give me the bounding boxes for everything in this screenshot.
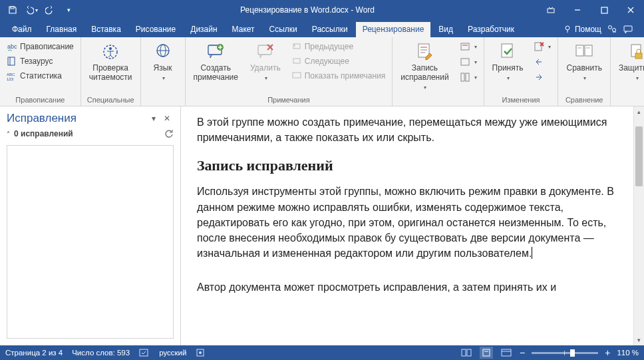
svg-rect-39: [535, 43, 542, 51]
revisions-list[interactable]: [7, 145, 174, 339]
maximize-icon[interactable]: [591, 0, 617, 20]
delete-comment-button[interactable]: Удалить▾: [246, 40, 285, 84]
status-language[interactable]: русский: [159, 349, 186, 357]
zoom-out-button[interactable]: −: [520, 347, 525, 358]
new-comment-button[interactable]: Создатьпримечание: [190, 40, 242, 84]
accept-button[interactable]: Принять▾: [488, 40, 528, 84]
tell-me-icon[interactable]: Помощ: [563, 25, 601, 34]
vertical-scrollbar[interactable]: ▴ ▾: [633, 106, 644, 345]
minimize-icon[interactable]: [564, 0, 591, 20]
ribbon: abcПравописание Тезаурус ABC123Статистик…: [0, 37, 644, 106]
svg-rect-55: [467, 349, 471, 356]
svg-rect-1: [548, 9, 554, 13]
svg-rect-37: [466, 73, 469, 81]
group-language: Язык▾: [141, 37, 186, 106]
tab-developer[interactable]: Разработчик: [461, 22, 521, 37]
comments-icon[interactable]: [623, 24, 633, 35]
svg-point-17: [109, 47, 112, 50]
tab-view[interactable]: Вид: [432, 22, 460, 37]
tab-references[interactable]: Ссылки: [263, 22, 304, 37]
revisions-count: 0 исправлений: [14, 129, 73, 138]
markup-icon: [460, 57, 470, 67]
group-changes: Принять▾ ▾ Изменения: [484, 37, 559, 106]
tab-home[interactable]: Главная: [40, 22, 84, 37]
group-comments: Создатьпримечание Удалить▾ Предыдущее Сл…: [186, 37, 393, 106]
tab-insert[interactable]: Вставка: [84, 22, 128, 37]
accessibility-icon: [100, 41, 121, 63]
svg-rect-10: [624, 26, 632, 31]
zoom-in-button[interactable]: +: [605, 347, 610, 358]
tab-draw[interactable]: Рисование: [129, 22, 182, 37]
track-changes-icon: [414, 41, 435, 63]
share-icon[interactable]: [607, 24, 617, 35]
title-bar: ▾ ▾ Рецензирование в Word.docx - Word: [0, 0, 644, 20]
language-button[interactable]: Язык▾: [145, 40, 181, 84]
group-protect: Защитить▾: [611, 37, 644, 106]
status-proofing-icon[interactable]: [139, 348, 150, 357]
document-canvas[interactable]: В этой группе можно создать примечание, …: [181, 106, 633, 345]
display-icon: [460, 41, 470, 52]
svg-rect-36: [461, 73, 464, 81]
accept-icon: [497, 41, 518, 63]
spelling-icon: abc: [7, 41, 17, 52]
reject-button[interactable]: ▾: [531, 40, 554, 53]
print-layout-icon[interactable]: [480, 347, 493, 359]
next-change-button[interactable]: [531, 71, 554, 84]
refresh-icon[interactable]: [164, 129, 174, 138]
svg-rect-3: [601, 7, 607, 13]
group-compare: Сравнить▾ Сравнение: [558, 37, 610, 106]
accessibility-button[interactable]: Проверкачитаемости: [85, 40, 136, 84]
display-dropdown[interactable]: ▾: [457, 40, 480, 53]
document-area: В этой группе можно создать примечание, …: [181, 106, 644, 345]
scroll-up-icon[interactable]: ▴: [634, 106, 644, 117]
reviewing-pane-dropdown[interactable]: ▾: [457, 71, 480, 84]
svg-rect-0: [11, 7, 14, 9]
collapse-icon[interactable]: ˄: [7, 130, 10, 138]
delete-comment-icon: [255, 41, 276, 63]
track-changes-button[interactable]: Записьисправлений ▾: [397, 40, 452, 92]
scroll-down-icon[interactable]: ▾: [634, 335, 644, 345]
spelling-button[interactable]: abcПравописание: [4, 40, 77, 53]
text-cursor: [532, 247, 532, 259]
ribbon-options-icon[interactable]: [538, 0, 564, 20]
read-mode-icon[interactable]: [460, 347, 473, 359]
tab-layout[interactable]: Макет: [226, 22, 261, 37]
close-icon[interactable]: [617, 0, 644, 20]
tab-review[interactable]: Рецензирование: [356, 22, 431, 37]
scroll-thumb[interactable]: [635, 126, 643, 186]
tab-design[interactable]: Дизайн: [184, 22, 224, 37]
protect-button[interactable]: Защитить▾: [615, 40, 644, 84]
zoom-slider[interactable]: [532, 352, 598, 354]
pane-close-icon[interactable]: ✕: [160, 112, 174, 125]
pane-menu-icon[interactable]: ▾: [147, 112, 160, 125]
compare-button[interactable]: Сравнить▾: [562, 40, 605, 84]
show-markup-dropdown[interactable]: ▾: [457, 55, 480, 69]
prev-change-button[interactable]: [531, 55, 554, 69]
chevron-down-icon: ▾: [636, 75, 639, 81]
svg-point-6: [565, 26, 569, 30]
next-change-icon: [534, 72, 544, 83]
ribbon-tabs: Файл Главная Вставка Рисование Дизайн Ма…: [0, 20, 644, 37]
web-layout-icon[interactable]: [500, 347, 513, 359]
chevron-down-icon: ▾: [583, 75, 586, 81]
status-macro-icon[interactable]: [196, 348, 205, 357]
group-accessibility: Проверкачитаемости Специальные: [81, 37, 141, 106]
word-count-button[interactable]: ABC123Статистика: [4, 69, 77, 83]
status-word-count[interactable]: Число слов: 593: [72, 349, 130, 357]
qat-customize-icon[interactable]: ▾: [60, 1, 77, 19]
undo-icon[interactable]: ▾: [23, 1, 40, 19]
tab-mailings[interactable]: Рассылки: [305, 22, 355, 37]
thesaurus-button[interactable]: Тезаурус: [4, 55, 77, 68]
prev-comment-button[interactable]: Предыдущее: [289, 40, 389, 53]
show-comments-button[interactable]: Показать примечания: [289, 69, 389, 83]
chevron-down-icon: ▾: [507, 75, 510, 81]
compare-icon: [573, 41, 595, 63]
zoom-level[interactable]: 110 %: [617, 349, 639, 357]
svg-rect-43: [585, 45, 592, 56]
redo-icon[interactable]: [41, 1, 59, 19]
status-page[interactable]: Страница 2 из 4: [5, 349, 63, 357]
save-icon[interactable]: [4, 1, 21, 19]
tab-file[interactable]: Файл: [5, 22, 39, 37]
prev-comment-icon: [291, 41, 302, 52]
next-comment-button[interactable]: Следующее: [289, 55, 389, 68]
